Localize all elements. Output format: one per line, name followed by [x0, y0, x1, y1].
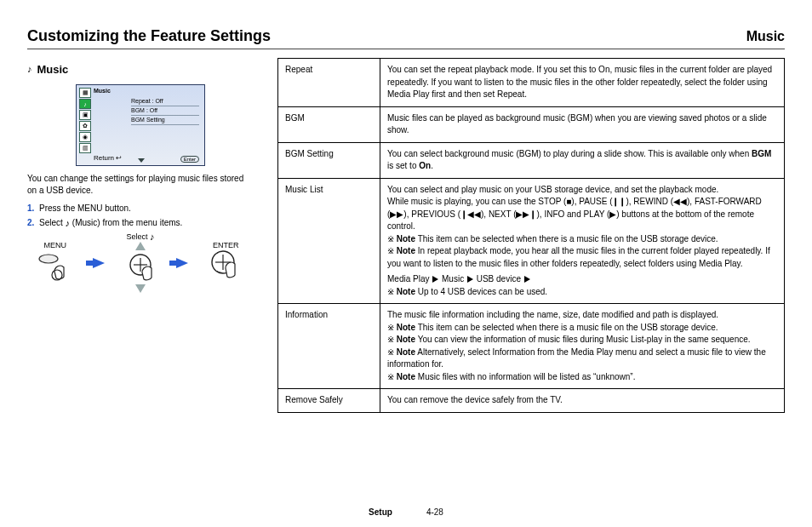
screenshot-category: Music: [94, 88, 111, 94]
svg-point-0: [39, 255, 58, 263]
arrow-up-icon: [135, 242, 146, 250]
row-text: The music file information including the…: [380, 304, 785, 389]
table-row: Information The music file information i…: [278, 304, 785, 389]
enter-label: ENTER: [213, 241, 239, 249]
dpad-icon: [125, 252, 156, 283]
settings-screenshot: ▦ ♪ ▣ ✿ ◉ ▥ Music Repeat : Off BGM : Off…: [76, 84, 205, 166]
screenshot-enter: Enter: [180, 156, 199, 163]
triangle-right-icon: [432, 276, 438, 283]
music-heading: Music: [37, 63, 69, 76]
music-caption: You can change the settings for playing …: [27, 173, 254, 197]
row-text: You can select background music (BGM) to…: [380, 142, 785, 178]
screenshot-item: BGM : Off: [131, 106, 199, 116]
row-text: You can remove the device safely from th…: [380, 389, 785, 413]
screenshot-item: BGM Setting: [131, 116, 199, 125]
table-row: Remove Safely You can remove the device …: [278, 389, 785, 413]
page-subtitle: Music: [746, 29, 785, 44]
left-column: ♪ Music ▦ ♪ ▣ ✿ ◉ ▥ Music Repeat : Off B…: [27, 58, 254, 293]
enter-button-icon: [208, 249, 243, 285]
row-label: Information: [278, 304, 380, 389]
step-2: 2. Select ♪ (Music) from the menu items.: [27, 216, 254, 229]
row-label: BGM: [278, 106, 380, 142]
select-label: Select ♪: [126, 232, 154, 242]
page-title: Customizing the Feature Settings: [27, 27, 271, 45]
row-label: Remove Safely: [278, 389, 380, 413]
row-text: Music files can be played as background …: [380, 106, 785, 142]
page-footer: Setup 4-28: [369, 507, 443, 517]
step-1: 1. Press the MENU button.: [27, 202, 254, 215]
table-row: BGM Setting You can select background mu…: [278, 142, 785, 178]
remote-hint-row: MENU Select ♪: [27, 232, 254, 293]
arrow-right-icon: [93, 258, 105, 268]
music-note-icon: ♪: [27, 65, 32, 74]
screenshot-move-indicator-icon: [138, 158, 145, 163]
triangle-right-icon: [524, 276, 530, 283]
table-row: Music List You can select and play music…: [278, 178, 785, 304]
arrow-down-icon: [135, 284, 146, 293]
screenshot-return: Return ↩: [94, 154, 122, 162]
music-note-icon: ♪: [150, 232, 155, 242]
row-label: Music List: [278, 178, 380, 304]
footer-page: 4-28: [426, 507, 443, 517]
row-text: You can set the repeat playback mode. If…: [380, 59, 785, 107]
table-row: Repeat You can set the repeat playback m…: [278, 59, 785, 107]
menu-label: MENU: [44, 241, 67, 249]
arrow-right-icon: [176, 258, 188, 268]
menu-button-icon: [37, 249, 73, 285]
row-text: You can select and play music on your US…: [380, 178, 785, 304]
row-label: Repeat: [278, 59, 380, 107]
footer-section: Setup: [369, 507, 392, 517]
screenshot-item: Repeat : Off: [131, 97, 199, 106]
row-label: BGM Setting: [278, 142, 380, 178]
settings-table: Repeat You can set the repeat playback m…: [277, 58, 785, 413]
table-row: BGM Music files can be played as backgro…: [278, 106, 785, 142]
music-note-icon: ♪: [66, 219, 71, 228]
triangle-right-icon: [467, 276, 473, 283]
